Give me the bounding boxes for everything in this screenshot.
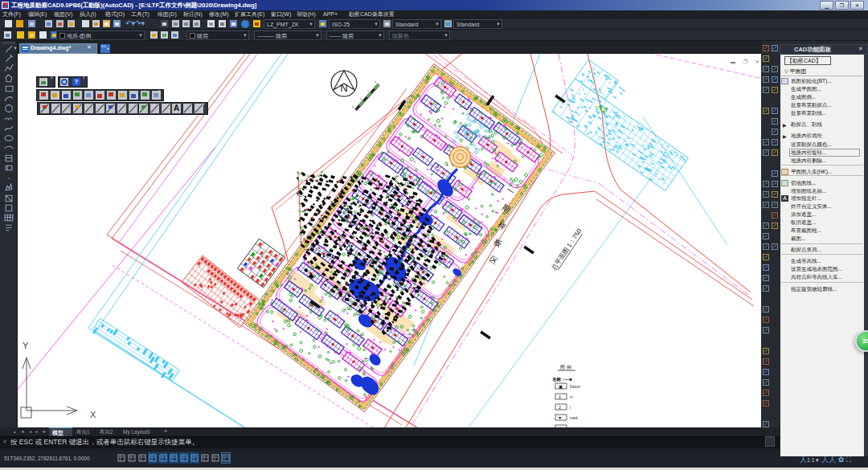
svg-text:Datum: Datum [570,385,581,389]
svg-text:名称 ○—■: 名称 ○—■ [551,377,572,382]
svg-text:Y: Y [23,341,29,350]
svg-text:m: m [570,395,573,399]
svg-text:图 例: 图 例 [560,365,571,370]
svg-text:1: 1 [559,394,561,399]
svg-text:mark: mark [570,416,579,420]
svg-text:X: X [90,410,96,419]
svg-text:N: N [340,82,347,94]
svg-text:♥: ♥ [559,415,561,420]
svg-text:▣: ▣ [559,384,563,389]
svg-text:2: 2 [559,405,561,410]
